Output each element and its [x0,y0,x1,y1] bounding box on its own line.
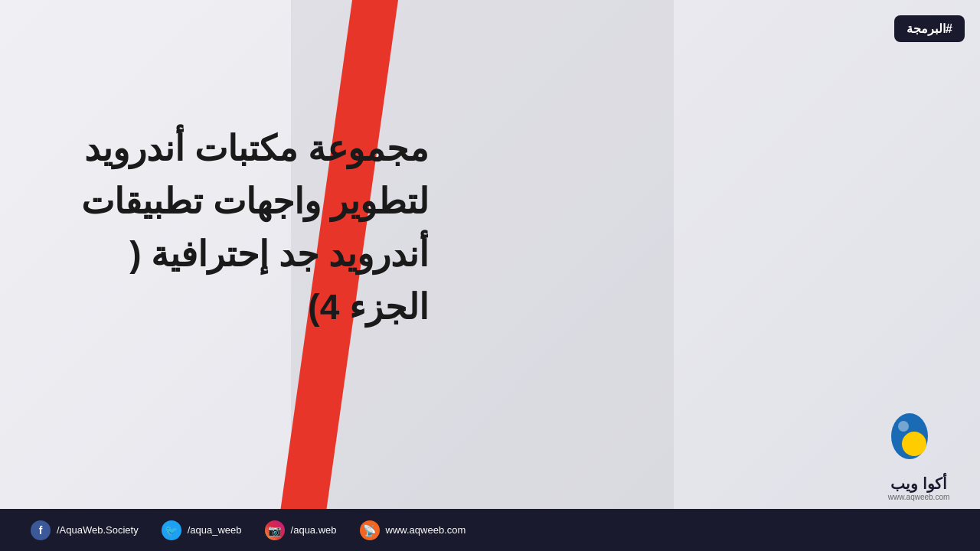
instagram-icon: 📷 [265,520,285,540]
title-line1: مجموعة مكتبات أندرويد [46,122,429,175]
logo-url: www.aqweeb.com [880,493,957,501]
facebook-icon: f [31,520,51,540]
svg-point-1 [902,432,926,456]
social-facebook: f /AquaWeb.Society [31,520,139,540]
logo-area: أكوا ويب www.aqweeb.com [880,409,957,501]
website-url: www.aqweeb.com [386,524,466,536]
bottom-bar: f /AquaWeb.Society 🐦 /aqua_weeb 📷 /aqua.… [0,509,980,551]
facebook-handle: /AquaWeb.Society [57,524,139,536]
twitter-handle: /aqua_weeb [188,524,242,536]
title-line2: لتطوير واجهات تطبيقات [46,175,429,228]
title-line3: أندرويد جد إحترافية ( الجزء 4) [46,228,429,334]
social-twitter: 🐦 /aqua_weeb [162,520,242,540]
logo-text: أكوا ويب [880,474,957,493]
instagram-handle: /aqua.web [291,524,337,536]
logo-image [880,409,957,471]
twitter-icon: 🐦 [162,520,181,540]
social-instagram: 📷 /aqua.web [265,520,337,540]
social-website: 📡 www.aqweeb.com [360,520,466,540]
left-content: مجموعة مكتبات أندرويد لتطوير واجهات تطبي… [46,122,429,334]
main-title: مجموعة مكتبات أندرويد لتطوير واجهات تطبي… [46,122,429,334]
rss-icon: 📡 [360,520,380,540]
svg-point-2 [898,421,909,432]
tag-label: #البرمجة [894,15,965,42]
